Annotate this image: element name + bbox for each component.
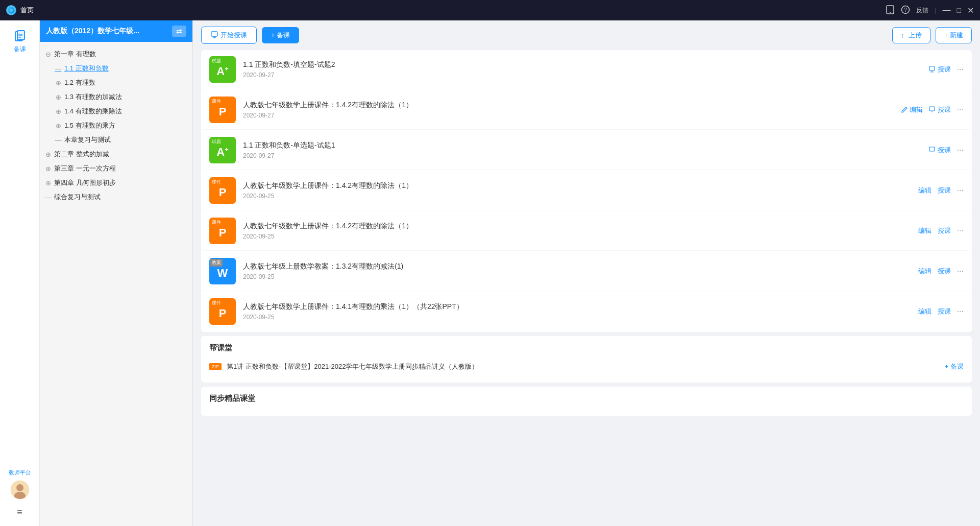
- tree-item-1-4[interactable]: ⊕ 1.4 有理数的乘除法: [54, 104, 188, 118]
- more-button-r3[interactable]: ···: [957, 146, 964, 155]
- resource-date-r5: 2020-09-25: [243, 233, 910, 240]
- tongbu-title: 同步精品课堂: [209, 394, 964, 403]
- main-toolbar: 开始授课 + 备课 ↑上传 + 新建: [193, 20, 980, 50]
- bangketang-item-text: 第1讲 正数和负数-【帮课堂】2021-2022学年七年级数学上册同步精品讲义（…: [227, 362, 945, 371]
- resource-cards-container: 试题 A+ 1.1 正数和负数-填空题-试题2 2020-09-27 授课: [201, 50, 972, 332]
- resource-title-r5: 人教版七年级数学上册课件：1.4.2有理数的除法（1）: [243, 222, 910, 231]
- plus-circle-icon-ch2: ⊕: [44, 150, 52, 158]
- tree-item-general-review[interactable]: — 综合复习与测试: [44, 190, 188, 204]
- plus-circle-icon-1-2: ⊕: [54, 79, 62, 87]
- tree-item-ch3[interactable]: ⊕ 第三章 一元一次方程: [44, 161, 188, 176]
- badge-r4: 课件: [210, 178, 223, 186]
- resource-icon-r4: 课件 P: [209, 177, 236, 204]
- dash-icon-general: —: [44, 193, 52, 201]
- teach-button-r2[interactable]: 授课: [929, 105, 951, 114]
- letter-r7: P: [219, 307, 227, 320]
- edit-button-r7[interactable]: 编辑: [918, 307, 932, 316]
- resource-date-r1: 2020-09-27: [243, 71, 921, 79]
- maximize-button[interactable]: □: [957, 6, 961, 14]
- add-lesson-button[interactable]: + 备课: [262, 27, 299, 43]
- svg-point-3: [890, 12, 891, 13]
- bangketang-item: ZIP 第1讲 正数和负数-【帮课堂】2021-2022学年七年级数学上册同步精…: [209, 358, 964, 375]
- more-button-r7[interactable]: ···: [957, 307, 964, 316]
- edit-button-r2[interactable]: 编辑: [901, 105, 923, 114]
- resource-actions-r4: 编辑 授课 ···: [918, 186, 964, 195]
- hamburger-icon[interactable]: ≡: [17, 507, 22, 518]
- more-button-r1[interactable]: ···: [957, 65, 964, 74]
- tongbu-section: 同步精品课堂: [201, 387, 972, 416]
- new-button[interactable]: + 新建: [936, 27, 972, 43]
- resource-card-r6: 教案 W 人教版七年级上册数学教案：1.3.2有理数的减法(1) 2020-09…: [201, 252, 972, 291]
- resource-actions-r2: 编辑 授课 ···: [901, 105, 964, 114]
- sidebar-bottom: 教师平台 ≡: [0, 469, 39, 526]
- plus-circle-icon-ch4: ⊕: [44, 179, 52, 187]
- tree-item-ch1-review[interactable]: — 本章复习与测试: [54, 133, 188, 147]
- more-button-r6[interactable]: ···: [957, 267, 964, 276]
- badge-r2: 课件: [210, 98, 223, 105]
- resource-date-r2: 2020-09-27: [243, 112, 893, 119]
- more-button-r2[interactable]: ···: [957, 105, 964, 114]
- resource-title-r7: 人教版七年级数学上册课件：1.4.1有理数的乘法（1）（共22张PPT）: [243, 302, 910, 312]
- my-resources-group: 试题 A+ 1.1 正数和负数-填空题-试题2 2020-09-27 授课: [201, 50, 972, 332]
- sidebar-item-beike[interactable]: 备课: [0, 26, 39, 58]
- nav-panel: 人教版（2012）数学七年级... ⇄ ⊖ 第一章 有理数 — 1.1 正数和负…: [40, 20, 193, 526]
- left-sidebar: 备课 教师平台 ≡: [0, 20, 40, 526]
- tree-item-ch4[interactable]: ⊕ 第四章 几何图形初步: [44, 176, 188, 190]
- tree-item-ch1[interactable]: ⊖ 第一章 有理数: [44, 47, 188, 61]
- plus-circle-icon-1-4: ⊕: [54, 107, 62, 115]
- edit-button-r4[interactable]: 编辑: [918, 186, 932, 195]
- teach-button-r7[interactable]: 授课: [938, 307, 951, 316]
- resource-info-r2: 人教版七年级数学上册课件：1.4.2有理数的除法（1） 2020-09-27: [243, 101, 893, 119]
- resource-title-r2: 人教版七年级数学上册课件：1.4.2有理数的除法（1）: [243, 101, 893, 110]
- svg-rect-20: [929, 107, 935, 111]
- feedback-label[interactable]: 反馈: [916, 6, 928, 15]
- resource-title-r4: 人教版七年级数学上册课件：1.4.2有理数的除法（1）: [243, 181, 910, 190]
- badge-r3: 试题: [210, 138, 223, 146]
- upload-button[interactable]: ↑上传: [892, 27, 930, 43]
- tree-item-ch2[interactable]: ⊕ 第二章 整式的加减: [44, 147, 188, 161]
- svg-rect-17: [929, 66, 935, 70]
- add-lesson-label: + 备课: [271, 31, 290, 40]
- teach-button-r4[interactable]: 授课: [938, 186, 951, 195]
- tree-item-1-3[interactable]: ⊕ 1.3 有理数的加减法: [54, 90, 188, 104]
- help-icon[interactable]: ?: [901, 5, 910, 16]
- titlebar-title: 首页: [20, 6, 34, 15]
- tree-item-1-5[interactable]: ⊕ 1.5 有理数的乘方: [54, 118, 188, 133]
- resource-icon-r1: 试题 A+: [209, 56, 236, 83]
- dash-icon-review: —: [54, 136, 62, 144]
- letter-r1: A+: [216, 65, 228, 78]
- start-class-button[interactable]: 开始授课: [201, 27, 257, 44]
- edit-button-r6[interactable]: 编辑: [918, 267, 932, 276]
- bangketang-section: 帮课堂 ZIP 第1讲 正数和负数-【帮课堂】2021-2022学年七年级数学上…: [201, 336, 972, 382]
- tablet-icon[interactable]: [886, 5, 895, 16]
- more-button-r5[interactable]: ···: [957, 226, 964, 235]
- letter-r3: A+: [216, 146, 228, 159]
- close-button[interactable]: ✕: [967, 6, 974, 15]
- tree-item-1-2[interactable]: ⊕ 1.2 有理数: [54, 76, 188, 90]
- beike-icon: [13, 30, 27, 44]
- tree-item-1-1[interactable]: — 1.1 正数和负数: [54, 61, 188, 76]
- letter-r2: P: [219, 105, 227, 118]
- teach-button-r6[interactable]: 授课: [938, 267, 951, 276]
- plus-circle-icon-1-5: ⊕: [54, 122, 62, 130]
- resource-card-r1: 试题 A+ 1.1 正数和负数-填空题-试题2 2020-09-27 授课: [201, 50, 972, 89]
- resource-title-r1: 1.1 正数和负数-填空题-试题2: [243, 60, 921, 69]
- user-avatar[interactable]: [11, 481, 29, 499]
- resource-actions-r7: 编辑 授课 ···: [918, 307, 964, 316]
- resource-actions-r1: 授课 ···: [929, 65, 964, 74]
- more-button-r4[interactable]: ···: [957, 186, 964, 195]
- minimize-button[interactable]: —: [943, 6, 951, 15]
- teach-button-r3[interactable]: 授课: [929, 146, 951, 155]
- badge-r5: 课件: [210, 219, 223, 226]
- resource-info-r4: 人教版七年级数学上册课件：1.4.2有理数的除法（1） 2020-09-25: [243, 181, 910, 200]
- resource-card-r3: 试题 A+ 1.1 正数和负数-单选题-试题1 2020-09-27 授课: [201, 131, 972, 170]
- app-body: 备课 教师平台 ≡ 人教版（2012）数学七年级... ⇄ ⊖ 第一章 有理数 …: [0, 20, 980, 526]
- swap-button[interactable]: ⇄: [172, 26, 186, 37]
- teach-button-r5[interactable]: 授课: [938, 226, 951, 235]
- svg-text:?: ?: [904, 7, 907, 13]
- resource-icon-r3: 试题 A+: [209, 137, 236, 163]
- teach-button-r1[interactable]: 授课: [929, 65, 951, 74]
- add-beike-button[interactable]: + 备课: [945, 362, 964, 371]
- edit-button-r5[interactable]: 编辑: [918, 226, 932, 235]
- resource-date-r7: 2020-09-25: [243, 314, 910, 321]
